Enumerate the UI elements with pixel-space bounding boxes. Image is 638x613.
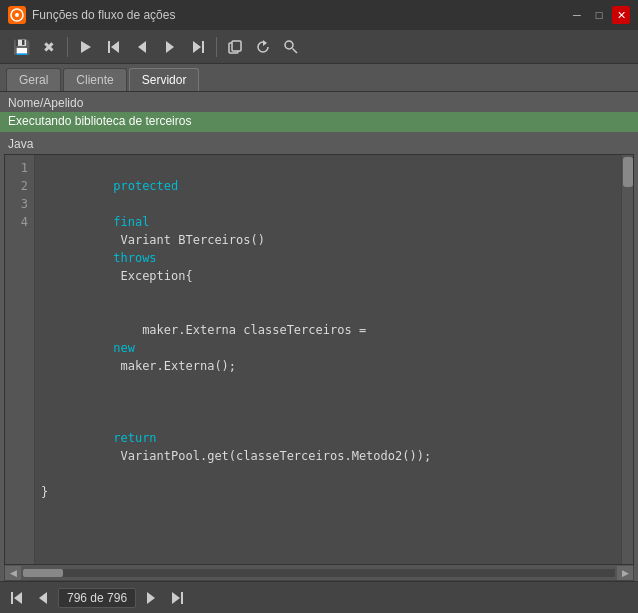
svg-marker-5 <box>138 41 146 53</box>
svg-marker-17 <box>147 592 155 604</box>
code-gutter: 1 2 3 4 <box>5 155 35 564</box>
close-button[interactable]: ✕ <box>612 6 630 24</box>
svg-marker-2 <box>81 41 91 53</box>
line-num-3: 3 <box>5 195 34 213</box>
svg-line-13 <box>293 48 298 53</box>
hscroll-track <box>23 569 615 577</box>
tab-cliente[interactable]: Cliente <box>63 68 126 91</box>
refresh-button[interactable] <box>250 34 276 60</box>
save-button[interactable]: 💾 <box>8 34 34 60</box>
title-bar: Funções do fluxo de ações ─ □ ✕ <box>0 0 638 30</box>
svg-point-12 <box>285 41 293 49</box>
line-num-2: 2 <box>5 177 34 195</box>
tab-bar: Geral Cliente Servidor <box>0 64 638 92</box>
code-line-3: return VariantPool.get(classeTerceiros.M… <box>41 393 615 483</box>
hscroll-right-btn[interactable]: ▶ <box>617 566 633 580</box>
horizontal-scrollbar[interactable]: ◀ ▶ <box>4 565 634 581</box>
tab-geral[interactable]: Geral <box>6 68 61 91</box>
last-button[interactable] <box>185 34 211 60</box>
field-value: Executando biblioteca de terceiros <box>0 112 638 132</box>
search-button[interactable] <box>278 34 304 60</box>
app-icon <box>8 6 26 24</box>
keyword-return: return <box>113 431 156 445</box>
status-first-button[interactable] <box>6 587 28 609</box>
code-language-label: Java <box>0 134 638 154</box>
tab-servidor[interactable]: Servidor <box>129 68 200 91</box>
svg-rect-10 <box>232 41 241 51</box>
vertical-scrollbar[interactable] <box>621 155 633 564</box>
separator-2 <box>216 37 217 57</box>
status-prev-button[interactable] <box>32 587 54 609</box>
first-button[interactable] <box>101 34 127 60</box>
status-last-button[interactable] <box>166 587 188 609</box>
page-indicator: 796 de 796 <box>58 588 136 608</box>
minimize-button[interactable]: ─ <box>568 6 586 24</box>
svg-marker-15 <box>14 592 22 604</box>
line-num-1: 1 <box>5 159 34 177</box>
main-content: Nome/Apelido Executando biblioteca de te… <box>0 92 638 581</box>
line-num-4: 4 <box>5 213 34 231</box>
title-bar-controls: ─ □ ✕ <box>568 6 630 24</box>
code-section: Java 1 2 3 4 protected final Variant BTe… <box>0 134 638 581</box>
title-bar-left: Funções do fluxo de ações <box>8 6 175 24</box>
prev-button[interactable] <box>129 34 155 60</box>
next-button[interactable] <box>157 34 183 60</box>
separator-1 <box>67 37 68 57</box>
keyword-protected: protected <box>113 179 178 193</box>
hscroll-left-btn[interactable]: ◀ <box>5 566 21 580</box>
scroll-thumb <box>623 157 633 187</box>
keyword-final: final <box>113 215 149 229</box>
keyword-throws: throws <box>113 251 156 265</box>
code-line-4: } <box>41 483 615 501</box>
svg-marker-16 <box>39 592 47 604</box>
toolbar: 💾 ✖ <box>0 30 638 64</box>
action-button-1[interactable] <box>73 34 99 60</box>
svg-marker-8 <box>193 41 201 53</box>
code-line-2: maker.Externa classeTerceiros = new make… <box>41 303 615 393</box>
cancel-button[interactable]: ✖ <box>36 34 62 60</box>
svg-point-1 <box>15 13 19 17</box>
hscroll-thumb <box>23 569 63 577</box>
code-line-1: protected final Variant BTerceiros() thr… <box>41 159 615 303</box>
code-editor: 1 2 3 4 protected final Variant BTerceir… <box>4 154 634 565</box>
copy-button[interactable] <box>222 34 248 60</box>
svg-marker-6 <box>166 41 174 53</box>
svg-marker-4 <box>111 41 119 53</box>
status-bar: 796 de 796 <box>0 581 638 613</box>
svg-marker-11 <box>263 40 267 46</box>
field-label: Nome/Apelido <box>0 92 638 112</box>
window-title: Funções do fluxo de ações <box>32 8 175 22</box>
status-next-button[interactable] <box>140 587 162 609</box>
code-content-area[interactable]: protected final Variant BTerceiros() thr… <box>35 155 621 564</box>
maximize-button[interactable]: □ <box>590 6 608 24</box>
keyword-new: new <box>113 341 135 355</box>
svg-marker-19 <box>172 592 180 604</box>
